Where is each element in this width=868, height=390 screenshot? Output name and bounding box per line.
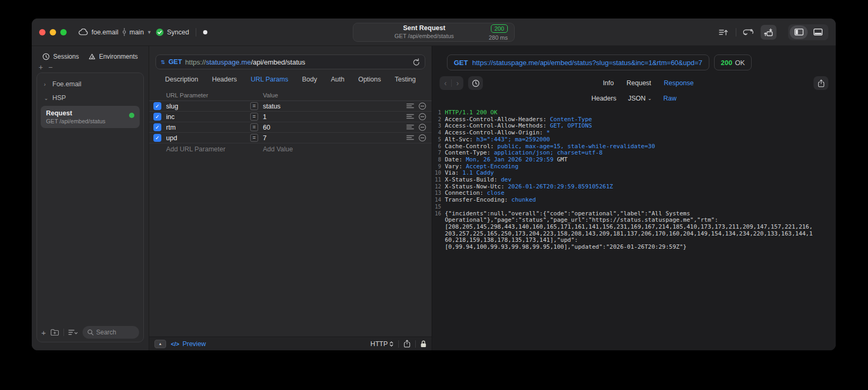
param-name-field[interactable]: upd (166, 134, 245, 142)
history-clock-icon (42, 53, 50, 60)
equals-type-icon[interactable]: = (250, 134, 258, 142)
project-selector[interactable]: foe.email (78, 29, 118, 36)
search-input[interactable]: Search (83, 326, 139, 339)
remove-param-button[interactable] (418, 123, 426, 131)
remove-param-button[interactable] (418, 134, 426, 142)
protocol-select[interactable]: HTTP (370, 340, 394, 348)
remove-param-button[interactable] (418, 102, 426, 110)
param-value-field[interactable]: status (263, 103, 399, 110)
url-bar[interactable]: ⇅ GET https://statuspage.me/api/embed/st… (156, 55, 425, 69)
preview-button[interactable]: </> Preview (171, 340, 206, 348)
line-number: 16 (432, 211, 441, 217)
export-share-button[interactable] (404, 340, 410, 348)
add-request-button[interactable]: + (41, 328, 46, 337)
toggle-bottom-panel-button[interactable] (809, 25, 827, 39)
sync-loop-button[interactable] (741, 25, 756, 40)
param-options-icon[interactable] (406, 135, 414, 141)
sent-request-url-box[interactable]: GET https://statuspage.me/api/embed/stat… (447, 55, 709, 70)
param-value-field[interactable]: 60 (263, 124, 399, 131)
remove-param-button[interactable] (418, 113, 426, 121)
add-param-row[interactable]: Add URL Parameter Add Value (149, 143, 432, 155)
lock-button[interactable] (421, 340, 426, 348)
request-summary-title: Sent Request (360, 24, 489, 33)
param-options-icon[interactable] (406, 114, 414, 120)
param-checkbox[interactable]: ✓ (153, 134, 161, 142)
add-parameter-placeholder[interactable]: Add URL Parameter (166, 146, 245, 153)
forward-button[interactable]: › (452, 79, 463, 87)
param-checkbox[interactable]: ✓ (153, 102, 161, 110)
sync-status[interactable]: Synced (156, 28, 189, 37)
editor-tab-headers[interactable]: Headers (212, 76, 237, 83)
param-checkbox[interactable]: ✓ (153, 123, 161, 131)
sort-filter-button[interactable] (68, 329, 78, 335)
method-stepper-icon[interactable]: ⇅ (161, 59, 165, 65)
param-name-field[interactable]: rtm (166, 124, 245, 131)
response-share-button[interactable] (814, 76, 828, 90)
line-number: 9 (432, 164, 441, 170)
editor-tab-options[interactable]: Options (358, 76, 381, 83)
line-number (432, 231, 441, 238)
response-tab-response[interactable]: Response (664, 79, 693, 87)
param-name-field[interactable]: slug (166, 103, 245, 110)
tab-sessions[interactable]: Sessions (42, 53, 79, 60)
line-text: Transfer-Encoding: chunked (445, 197, 536, 204)
history-button[interactable] (468, 76, 483, 90)
subtab-json[interactable]: JSON ⌄ (628, 95, 652, 102)
traffic-light-close[interactable] (39, 29, 45, 35)
editor-tab-description[interactable]: Description (165, 76, 198, 83)
subtab-headers[interactable]: Headers (591, 95, 616, 102)
editor-tab-auth[interactable]: Auth (331, 76, 344, 83)
subtab-headers-label: Headers (591, 95, 616, 102)
equals-type-icon[interactable]: = (250, 102, 258, 110)
line-number: 13 (432, 190, 441, 197)
method-label[interactable]: GET (168, 58, 182, 66)
subtab-raw[interactable]: Raw (663, 95, 677, 102)
param-options-icon[interactable] (406, 103, 414, 109)
branch-selector[interactable]: main ▼ (122, 28, 152, 36)
add-value-placeholder[interactable]: Add Value (263, 146, 399, 153)
back-button[interactable]: ‹ (440, 79, 451, 87)
collapse-panel-button[interactable]: ▲ (154, 340, 166, 348)
traffic-light-minimize[interactable] (50, 29, 56, 35)
param-name-field[interactable]: inc (166, 113, 245, 121)
tree-group-hsp[interactable]: ⌄ HSP (40, 91, 141, 105)
line-number: 12 (432, 184, 441, 191)
request-list-item-selected[interactable]: Request GET /api/embed/status (41, 106, 140, 128)
equals-type-icon[interactable]: = (250, 113, 258, 121)
param-options-icon[interactable] (406, 124, 414, 130)
param-value-field[interactable]: 1 (263, 113, 399, 121)
request-summary-pill[interactable]: Sent Request GET /api/embed/status 200 2… (353, 23, 515, 42)
response-tab-info[interactable]: Info (603, 79, 614, 87)
remove-session-button[interactable]: − (48, 63, 52, 71)
import-export-button[interactable] (716, 25, 732, 40)
line-number (432, 244, 441, 251)
chevron-down-icon: ⌄ (44, 95, 48, 101)
resend-button[interactable] (413, 58, 420, 66)
line-number: 1 (432, 110, 441, 116)
editor-tab-body[interactable]: Body (302, 76, 317, 83)
add-session-button[interactable]: + (39, 63, 43, 71)
history-nav: ‹ › (440, 76, 463, 90)
tree-group-foe-email[interactable]: › Foe.email (40, 77, 141, 91)
response-subtabs: Headers JSON ⌄ Raw (432, 92, 836, 105)
request-url[interactable]: https://statuspage.me/api/embed/status (185, 58, 305, 66)
request-status-dot (129, 113, 134, 118)
response-status-code: 200 (721, 59, 733, 67)
editor-tab-testing[interactable]: Testing (395, 76, 416, 83)
status-badge: 200 (491, 24, 508, 33)
editor-tab-url-params[interactable]: URL Params (251, 76, 288, 83)
box-arrows-icon (764, 28, 773, 37)
session-status-dot (203, 30, 207, 34)
response-status-box: 200 OK (714, 55, 752, 70)
titlebar: foe.email main ▼ Synced Sent Request (32, 19, 836, 46)
param-value-field[interactable]: 7 (263, 134, 399, 142)
new-folder-button[interactable] (50, 329, 59, 336)
layout-bottom-panel-icon (814, 29, 823, 35)
traffic-light-zoom[interactable] (60, 29, 67, 35)
toggle-left-sidebar-button[interactable] (790, 25, 808, 39)
equals-type-icon[interactable]: = (250, 123, 258, 131)
tab-environments[interactable]: Environments (88, 53, 138, 60)
send-receive-panel-button[interactable] (761, 25, 776, 40)
response-tab-request[interactable]: Request (627, 79, 652, 87)
param-checkbox[interactable]: ✓ (153, 113, 161, 121)
